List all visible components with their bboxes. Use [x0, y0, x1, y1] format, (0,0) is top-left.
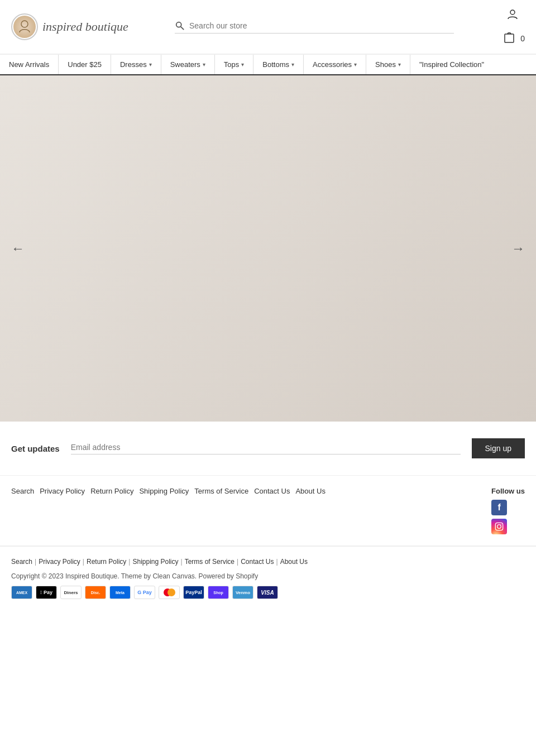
payment-amex: AMEX: [11, 586, 32, 599]
logo-image: [13, 16, 36, 38]
nav-item-tops[interactable]: Tops ▾: [215, 55, 253, 74]
chevron-down-icon: ▾: [354, 61, 357, 68]
separator: |: [276, 558, 278, 566]
footer-bottom-about[interactable]: About Us: [280, 558, 308, 566]
cart-button[interactable]: [500, 28, 518, 48]
chevron-down-icon: ▾: [291, 61, 294, 68]
svg-point-7: [501, 524, 501, 525]
svg-point-3: [510, 10, 515, 15]
header-top: inspired boutique: [11, 6, 525, 48]
footer-bottom-return[interactable]: Return Policy: [87, 558, 126, 566]
hero-slider: ← →: [0, 75, 536, 422]
cart-icon: [502, 31, 516, 44]
newsletter-label: Get updates: [11, 444, 60, 453]
payment-mc: [159, 586, 180, 599]
separator: |: [128, 558, 130, 566]
separator: |: [35, 558, 36, 566]
logo-svg: [16, 18, 33, 35]
newsletter-signup-button[interactable]: Sign up: [472, 438, 525, 458]
payment-meta: Meta: [109, 586, 131, 599]
nav-item-sweaters[interactable]: Sweaters ▾: [161, 55, 215, 74]
footer-bottom-shipping[interactable]: Shipping Policy: [132, 558, 178, 566]
nav-item-inspired-collection[interactable]: "Inspired Collection": [410, 55, 493, 74]
cart-count: 0: [520, 34, 525, 43]
footer-link-search[interactable]: Search: [11, 487, 34, 495]
footer-link-shipping[interactable]: Shipping Policy: [139, 487, 189, 495]
separator: |: [237, 558, 238, 566]
search-input[interactable]: [189, 21, 454, 30]
footer-link-about[interactable]: About Us: [295, 487, 325, 495]
main-nav: New Arrivals Under $25 Dresses ▾ Sweater…: [0, 54, 536, 75]
mc-orange-circle: [168, 588, 175, 596]
logo-area: inspired boutique: [11, 13, 128, 40]
payment-discover: Disc.: [85, 586, 106, 599]
header: inspired boutique: [0, 0, 536, 54]
svg-rect-4: [505, 34, 514, 42]
footer-link-privacy[interactable]: Privacy Policy: [40, 487, 85, 495]
facebook-icon[interactable]: f: [491, 500, 507, 515]
nav-item-new-arrivals[interactable]: New Arrivals: [0, 55, 59, 74]
nav-item-dresses[interactable]: Dresses ▾: [111, 55, 161, 74]
follow-us-section: Follow us f: [491, 487, 525, 534]
chevron-down-icon: ▾: [241, 61, 244, 68]
payment-icons: AMEX  Pay Diners Disc. Meta G Pay PayPa…: [11, 586, 525, 599]
footer-link-return[interactable]: Return Policy: [90, 487, 133, 495]
svg-point-0: [21, 21, 28, 27]
svg-point-1: [176, 22, 181, 27]
payment-shoppay: Shop: [208, 586, 229, 599]
mc-logo: [164, 588, 175, 596]
logo-icon: [11, 13, 38, 40]
search-icon: [175, 21, 185, 31]
footer-bottom-links: Search | Privacy Policy | Return Policy …: [11, 558, 525, 566]
footer-bottom-privacy[interactable]: Privacy Policy: [39, 558, 80, 566]
chevron-down-icon: ▾: [149, 61, 152, 68]
payment-paypal: PayPal: [183, 586, 204, 599]
newsletter-input-area: [71, 443, 461, 454]
footer-links-section: Search Privacy Policy Return Policy Ship…: [0, 476, 536, 546]
nav-item-accessories[interactable]: Accessories ▾: [304, 55, 366, 74]
cart-area: 0: [500, 28, 525, 48]
svg-line-2: [181, 26, 184, 29]
nav-item-under25[interactable]: Under $25: [59, 55, 111, 74]
payment-venmo: Venmo: [232, 586, 253, 599]
separator: |: [83, 558, 84, 566]
footer-bottom: Search | Privacy Policy | Return Policy …: [0, 546, 536, 610]
instagram-icon[interactable]: [491, 519, 507, 534]
payment-apple:  Pay: [36, 586, 57, 599]
hero-next-button[interactable]: →: [506, 235, 530, 262]
hero-prev-button[interactable]: ←: [6, 235, 30, 262]
separator: |: [181, 558, 183, 566]
chevron-down-icon: ▾: [203, 61, 205, 68]
logo-text: inspired boutique: [42, 20, 128, 34]
payment-visa: VISA: [257, 586, 278, 599]
payment-gpay: G Pay: [134, 586, 155, 599]
social-icons: f: [491, 500, 525, 534]
instagram-svg: [495, 522, 504, 531]
footer-bottom-terms[interactable]: Terms of Service: [185, 558, 234, 566]
footer-bottom-search[interactable]: Search: [11, 558, 32, 566]
copyright-text: Copyright © 2023 Inspired Boutique. Them…: [11, 572, 525, 580]
account-button[interactable]: [504, 6, 521, 25]
nav-item-bottoms[interactable]: Bottoms ▾: [253, 55, 304, 74]
footer-link-terms[interactable]: Terms of Service: [194, 487, 248, 495]
svg-point-6: [497, 525, 501, 529]
nav-item-shoes[interactable]: Shoes ▾: [366, 55, 410, 74]
follow-us-label: Follow us: [491, 487, 525, 495]
footer-bottom-contact[interactable]: Contact Us: [241, 558, 274, 566]
svg-rect-5: [495, 523, 502, 530]
user-cart-area: 0: [500, 6, 525, 48]
hero-image: [0, 75, 536, 422]
footer-link-contact[interactable]: Contact Us: [254, 487, 290, 495]
search-area: [175, 21, 454, 34]
payment-diners: Diners: [60, 586, 82, 599]
newsletter-section: Get updates Sign up: [0, 422, 536, 476]
chevron-down-icon: ▾: [398, 61, 401, 68]
account-icon: [506, 8, 519, 21]
newsletter-email-input[interactable]: [71, 443, 461, 452]
